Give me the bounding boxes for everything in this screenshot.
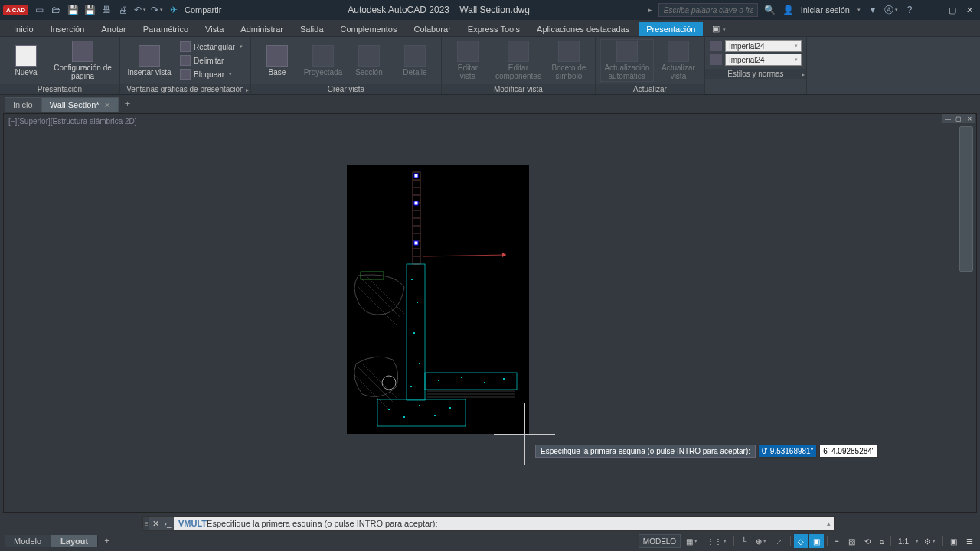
cmdline-history-button[interactable]: ▴: [823, 517, 834, 530]
panel-expand-icon[interactable]: ▸: [802, 71, 805, 78]
panel-title-actualizar: Actualizar: [596, 84, 704, 94]
rectangular-button[interactable]: Rectangular▾: [177, 41, 246, 54]
page-setup-button[interactable]: Configuración de página: [51, 39, 115, 82]
viewport-controls[interactable]: [−][Superior][Estructura alámbrica 2D]: [8, 117, 137, 126]
lock-button[interactable]: Bloquear▾: [177, 68, 246, 81]
user-icon[interactable]: 👤: [782, 4, 795, 16]
tab-vista[interactable]: Vista: [198, 22, 231, 36]
tab-administrar[interactable]: Administrar: [233, 22, 291, 36]
panel-title-estilos: Estilos y normas▸: [705, 69, 806, 79]
close-tab-icon[interactable]: ✕: [104, 101, 110, 109]
tab-complementos[interactable]: Complementos: [333, 22, 405, 36]
plot-icon[interactable]: 🖶: [100, 4, 113, 16]
panel-expand-icon[interactable]: ▸: [246, 86, 249, 93]
annotation-icon[interactable]: ⩍: [876, 534, 887, 548]
tab-express-tools[interactable]: Express Tools: [460, 22, 528, 36]
redo-icon[interactable]: ↷▾: [151, 4, 163, 16]
insert-view-button[interactable]: Insertar vista: [125, 39, 174, 82]
close-button[interactable]: ✕: [962, 3, 977, 17]
tab-parametrico[interactable]: Paramétrico: [136, 22, 196, 36]
undo-icon[interactable]: ↶▾: [134, 4, 146, 16]
page-setup-icon: [72, 41, 93, 62]
svg-point-17: [382, 376, 396, 390]
vp-minimize-button[interactable]: —: [942, 114, 953, 123]
ortho-icon[interactable]: └: [737, 534, 750, 548]
tab-anotar[interactable]: Anotar: [93, 22, 133, 36]
style-b-icon: [710, 54, 722, 65]
save-icon[interactable]: 💾: [67, 4, 79, 16]
title-text: Autodesk AutoCAD 2023 Wall Section.dwg: [229, 5, 648, 15]
snap-icon[interactable]: ⋮⋮▾: [703, 534, 730, 548]
grid-icon[interactable]: ▦▾: [682, 534, 701, 548]
tab-aplicaciones-destacadas[interactable]: Aplicaciones destacadas: [529, 22, 637, 36]
new-layout-button[interactable]: Nueva: [5, 39, 47, 82]
space-toggle[interactable]: MODELO: [639, 534, 681, 548]
base-button[interactable]: Base: [256, 39, 299, 82]
drawing-area[interactable]: [−][Superior][Estructura alámbrica 2D] —…: [3, 113, 977, 513]
tab-colaborar[interactable]: Colaborar: [407, 22, 459, 36]
help-icon[interactable]: ?: [903, 4, 916, 16]
search-input[interactable]: [658, 3, 758, 17]
share-icon[interactable]: ✈: [168, 4, 180, 16]
osnap-icon[interactable]: ◇: [794, 534, 808, 548]
tab-presentacion[interactable]: Presentación: [639, 22, 703, 36]
crosshair-vertical: [524, 403, 525, 465]
new-file-tab-button[interactable]: +: [119, 96, 137, 112]
dynamic-x-field[interactable]: 0'-9.53168981": [758, 445, 817, 458]
customization-icon[interactable]: ☰: [962, 534, 977, 548]
minimize-button[interactable]: —: [928, 3, 943, 17]
polar-icon[interactable]: ⊕▾: [752, 534, 770, 548]
saveas-icon[interactable]: 💾: [83, 4, 96, 16]
osnap3d-icon[interactable]: ▣: [809, 534, 824, 548]
maximize-viewport-icon[interactable]: ▣: [946, 534, 961, 548]
search-caret-icon[interactable]: ▸: [648, 6, 652, 14]
command-line[interactable]: ✕ ›_ VMULT Especifique la primera esquin…: [142, 516, 835, 531]
vp-close-button[interactable]: ✕: [964, 114, 975, 123]
tab-inicio[interactable]: Inicio: [6, 22, 41, 36]
scale-label[interactable]: 1:1: [894, 534, 913, 548]
maximize-button[interactable]: ▢: [945, 3, 960, 17]
dynamic-y-field[interactable]: 6'-4.09285284": [819, 445, 878, 458]
vp-maximize-button[interactable]: ▢: [953, 114, 964, 123]
gear-icon[interactable]: ⚙▾: [920, 534, 939, 548]
symbol-sketch-button: Boceto de símbolo: [547, 39, 590, 82]
panel-actualizar: Actualización automática Actualizar vist…: [596, 37, 705, 94]
tab-extra-icon[interactable]: ▣ ▾: [704, 21, 733, 36]
cmdline-close-button[interactable]: ✕: [149, 519, 162, 529]
model-tab[interactable]: Modelo: [5, 535, 51, 547]
isodraft-icon[interactable]: ⟋: [772, 534, 787, 548]
app-badge[interactable]: A CAD: [3, 5, 28, 15]
search-icon[interactable]: 🔍: [764, 4, 776, 16]
cart-icon[interactable]: ▾: [867, 4, 879, 16]
dynamic-prompt: Especifique la primera esquina (o pulse …: [535, 445, 756, 458]
command-input[interactable]: VMULT Especifique la primera esquina (o …: [174, 517, 823, 530]
transparency-icon[interactable]: ▨: [844, 534, 859, 548]
share-label[interactable]: Compartir: [185, 5, 221, 15]
style-a-select[interactable]: Imperial24▾: [725, 40, 802, 52]
panel-crear-vista: Base Proyectada Sección Detalle Crear vi…: [251, 37, 442, 94]
signin-label[interactable]: Iniciar sesión: [801, 5, 850, 15]
file-tab-wall-section[interactable]: Wall Section*✕: [41, 97, 119, 112]
lineweight-icon[interactable]: ≡: [831, 534, 843, 548]
cmdline-handle-icon[interactable]: [143, 517, 149, 530]
tab-insercion[interactable]: Inserción: [43, 22, 93, 36]
app-icon[interactable]: Ⓐ▾: [885, 4, 897, 16]
svg-line-41: [354, 375, 389, 409]
svg-point-9: [413, 332, 415, 334]
layout-tab[interactable]: Layout: [51, 535, 98, 547]
file-tab-inicio[interactable]: Inicio: [5, 97, 41, 112]
clip-button[interactable]: Delimitar: [177, 54, 246, 67]
tab-salida[interactable]: Salida: [292, 22, 332, 36]
navigation-bar[interactable]: [959, 126, 973, 272]
svg-point-4: [434, 415, 436, 416]
cmdline-customize-button[interactable]: ›_: [162, 520, 174, 528]
selection-cycling-icon[interactable]: ⟲: [861, 534, 874, 548]
style-b-select[interactable]: Imperial24▾: [725, 54, 802, 66]
signin-dropdown-icon[interactable]: ▾: [858, 7, 861, 13]
scale-dropdown-icon[interactable]: ▾: [916, 538, 919, 544]
paper-sheet: [347, 165, 529, 434]
new-icon[interactable]: ▭: [33, 4, 45, 16]
add-layout-button[interactable]: +: [98, 534, 116, 548]
print-icon[interactable]: 🖨: [117, 4, 129, 16]
open-icon[interactable]: 🗁: [50, 4, 62, 16]
